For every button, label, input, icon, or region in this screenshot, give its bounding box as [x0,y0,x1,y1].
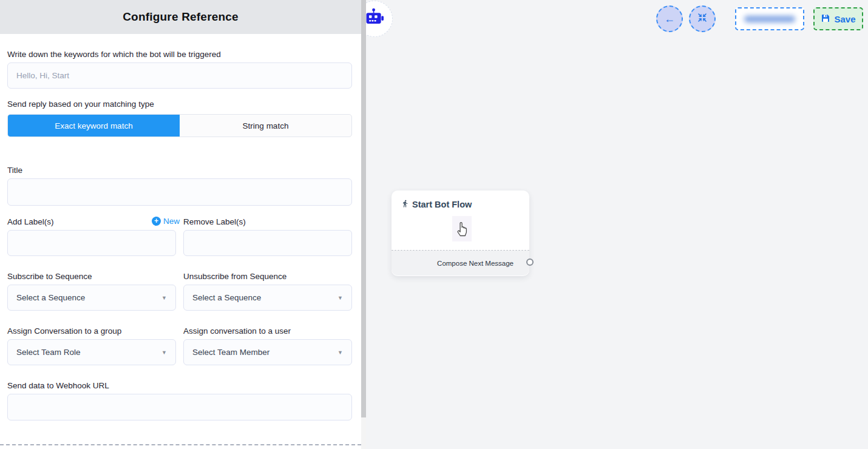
subscribe-sequence-select[interactable]: Select a Sequence ▼ [7,285,176,311]
webhook-input[interactable] [7,394,352,420]
assign-user-value: Select Team Member [192,348,270,357]
start-bot-flow-node[interactable]: Start Bot Flow Compose Next Message [392,191,529,276]
new-label-text: New [163,217,180,226]
string-match-button[interactable]: String match [180,115,351,137]
blurred-label [744,16,795,22]
assign-user-select[interactable]: Select Team Member ▼ [183,339,352,365]
panel-bottom-dashed-divider [0,444,361,445]
back-button[interactable]: ← [656,5,683,32]
matching-type-toggle: Exact keyword match String match [7,114,352,137]
subscribe-sequence-label: Subscribe to Sequence [7,272,92,281]
walking-person-icon [401,199,409,210]
save-label: Save [834,14,855,24]
panel-title: Configure Reference [123,10,239,24]
remove-labels-label: Remove Label(s) [183,217,246,226]
keywords-input[interactable] [7,62,352,89]
unsubscribe-sequence-value: Select a Sequence [192,293,261,302]
chevron-down-icon: ▼ [161,349,167,356]
flow-canvas[interactable]: ← Save [366,0,868,449]
save-icon [821,13,830,25]
redacted-action-button[interactable] [735,7,804,30]
matching-type-label: Send reply based on your matching type [7,100,154,109]
remove-labels-input[interactable] [183,230,352,256]
chevron-down-icon: ▼ [161,295,167,301]
add-labels-input[interactable] [7,230,176,256]
scrollbar-thumb[interactable] [361,0,366,417]
new-label-button[interactable]: + New [152,217,180,226]
node-footer: Compose Next Message [392,251,529,275]
assign-group-label: Assign Conversation to a group [7,326,121,336]
subscribe-sequence-value: Select a Sequence [16,293,85,302]
back-arrow-icon: ← [664,13,675,25]
chevron-down-icon: ▼ [337,295,343,301]
assign-user-label: Assign conversation to a user [183,326,291,336]
title-label: Title [7,166,22,175]
unsubscribe-sequence-select[interactable]: Select a Sequence ▼ [183,285,352,311]
assign-group-select[interactable]: Select Team Role ▼ [7,339,176,365]
fit-view-button[interactable] [689,5,716,32]
hand-cursor-icon [452,216,472,241]
plus-icon: + [152,217,161,226]
webhook-label: Send data to Webhook URL [7,381,109,390]
panel-scrollbar[interactable] [361,0,366,449]
exact-keyword-match-button[interactable]: Exact keyword match [8,115,180,137]
chevron-down-icon: ▼ [337,349,343,356]
compose-next-message-label[interactable]: Compose Next Message [437,260,514,267]
save-button[interactable]: Save [813,7,863,30]
connection-port[interactable] [526,258,534,266]
add-labels-label: Add Label(s) [7,217,54,226]
robot-icon [366,7,385,30]
title-input[interactable] [7,178,352,206]
node-title-text: Start Bot Flow [412,200,472,209]
node-body: Start Bot Flow [392,191,529,251]
configure-reference-panel: Configure Reference Write down the keywo… [0,0,361,449]
assign-group-value: Select Team Role [16,348,81,357]
keywords-label: Write down the keywords for which the bo… [7,50,221,59]
bot-launcher-button[interactable] [366,1,393,37]
compress-icon [697,13,707,25]
panel-header: Configure Reference [0,0,361,34]
node-title: Start Bot Flow [401,199,472,210]
unsubscribe-sequence-label: Unsubscribe from Sequence [183,272,287,281]
